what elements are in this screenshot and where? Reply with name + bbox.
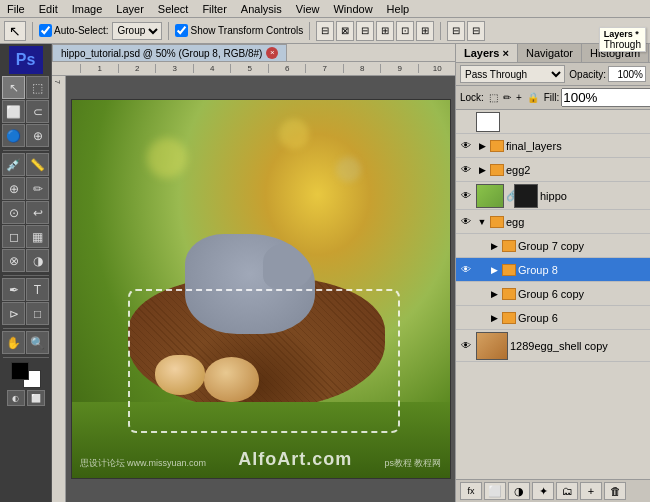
tool-row-2: ⬜ ⊂ xyxy=(2,100,49,123)
list-item[interactable]: ▶ Group 7 copy xyxy=(456,234,650,258)
list-item[interactable]: ▶ Group 6 xyxy=(456,306,650,330)
align-middle-button[interactable]: ⊡ xyxy=(396,21,414,41)
path-selection-tool[interactable]: ⊳ xyxy=(2,302,25,325)
layer-visibility-toggle[interactable]: 👁 xyxy=(458,162,474,178)
menu-help[interactable]: Help xyxy=(384,3,413,15)
layer-visibility-toggle[interactable]: 👁 xyxy=(458,338,474,354)
show-transform-check-input[interactable] xyxy=(175,24,188,37)
menu-edit[interactable]: Edit xyxy=(36,3,61,15)
healing-tool[interactable]: ⊕ xyxy=(2,177,25,200)
quick-mask-btn[interactable]: ◐ xyxy=(7,390,25,406)
align-center-button[interactable]: ⊠ xyxy=(336,21,354,41)
artboard-tool[interactable]: ⬚ xyxy=(26,76,49,99)
menu-select[interactable]: Select xyxy=(155,3,192,15)
layer-expand-arrow[interactable]: ▶ xyxy=(488,241,500,251)
clone-tool[interactable]: ⊙ xyxy=(2,201,25,224)
new-group-button[interactable]: 🗂 xyxy=(556,482,578,500)
dodge-tool[interactable]: ◑ xyxy=(26,249,49,272)
lock-label: Lock: xyxy=(460,92,484,103)
shape-tool[interactable]: □ xyxy=(26,302,49,325)
blur-tool[interactable]: ⊗ xyxy=(2,249,25,272)
background-color[interactable] xyxy=(11,362,29,380)
lasso-tool[interactable]: ⊂ xyxy=(26,100,49,123)
pen-tool[interactable]: ✒ xyxy=(2,278,25,301)
layer-mask-button[interactable]: ⬜ xyxy=(484,482,506,500)
layer-expand-arrow[interactable]: ▶ xyxy=(476,141,488,151)
fill-input[interactable]: 100% xyxy=(561,88,650,107)
menu-file[interactable]: File xyxy=(4,3,28,15)
align-left-button[interactable]: ⊟ xyxy=(316,21,334,41)
ruler-vertical: 1234567 xyxy=(52,76,66,502)
canvas-close-btn[interactable]: × xyxy=(266,47,278,59)
show-transform-checkbox[interactable]: Show Transform Controls xyxy=(175,24,303,37)
lock-position-icon[interactable]: + xyxy=(515,91,523,104)
layer-visibility-toggle[interactable] xyxy=(458,238,474,254)
layer-expand-arrow[interactable]: ▼ xyxy=(476,217,488,227)
gradient-tool[interactable]: ▦ xyxy=(26,225,49,248)
distribute-v-button[interactable]: ⊟ xyxy=(467,21,485,41)
marquee-tool[interactable]: ⬜ xyxy=(2,100,25,123)
eraser-tool[interactable]: ◻ xyxy=(2,225,25,248)
layer-effects-button[interactable]: fx xyxy=(460,482,482,500)
layer-visibility-toggle[interactable] xyxy=(458,286,474,302)
canvas-tab[interactable]: hippo_tutorial.psd @ 50% (Group 8, RGB/8… xyxy=(52,44,287,61)
layer-adjustment-button[interactable]: ◑ xyxy=(508,482,530,500)
list-item[interactable]: 👁 ▶ Group 8 xyxy=(456,258,650,282)
ruler-mark: 4 xyxy=(193,64,231,73)
lock-transparent-icon[interactable]: ⬚ xyxy=(488,91,499,104)
ruler-tool[interactable]: 📏 xyxy=(26,153,49,176)
layer-style-button[interactable]: ✦ xyxy=(532,482,554,500)
auto-select-checkbox[interactable]: Auto-Select: xyxy=(39,24,108,37)
auto-select-dropdown[interactable]: Group xyxy=(112,22,162,40)
history-brush-tool[interactable]: ↩ xyxy=(26,201,49,224)
quick-select-tool[interactable]: 🔵 xyxy=(2,124,25,147)
layer-expand-arrow[interactable]: ▶ xyxy=(488,313,500,323)
new-layer-button[interactable]: + xyxy=(580,482,602,500)
crop-tool[interactable]: ⊕ xyxy=(26,124,49,147)
zoom-tool[interactable]: 🔍 xyxy=(26,331,49,354)
menu-image[interactable]: Image xyxy=(69,3,106,15)
layer-visibility-toggle[interactable]: 👁 xyxy=(458,214,474,230)
menu-analysis[interactable]: Analysis xyxy=(238,3,285,15)
menu-layer[interactable]: Layer xyxy=(113,3,147,15)
list-item[interactable] xyxy=(456,110,650,134)
list-item[interactable]: ▶ Group 6 copy xyxy=(456,282,650,306)
lock-image-icon[interactable]: ✏ xyxy=(502,91,512,104)
list-item[interactable]: 👁 ▶ egg2 xyxy=(456,158,650,182)
align-top-button[interactable]: ⊞ xyxy=(376,21,394,41)
list-item[interactable]: 👁 🔗 hippo xyxy=(456,182,650,210)
delete-layer-button[interactable]: 🗑 xyxy=(604,482,626,500)
menu-filter[interactable]: Filter xyxy=(199,3,229,15)
opacity-input[interactable]: 100% xyxy=(608,66,646,82)
tab-layers[interactable]: Layers × xyxy=(456,44,518,62)
menu-view[interactable]: View xyxy=(293,3,323,15)
eyedropper-tool[interactable]: 💉 xyxy=(2,153,25,176)
tool-divider-1 xyxy=(3,150,49,151)
screen-mode-btn[interactable]: ⬜ xyxy=(27,390,45,406)
list-item[interactable]: 👁 1289egg_shell copy xyxy=(456,330,650,362)
lock-all-icon[interactable]: 🔒 xyxy=(526,91,540,104)
layer-visibility-toggle[interactable] xyxy=(458,114,474,130)
type-tool[interactable]: T xyxy=(26,278,49,301)
layer-visibility-toggle[interactable]: 👁 xyxy=(458,138,474,154)
layer-expand-arrow[interactable]: ▶ xyxy=(476,165,488,175)
align-bottom-button[interactable]: ⊞ xyxy=(416,21,434,41)
brush-tool[interactable]: ✏ xyxy=(26,177,49,200)
menu-window[interactable]: Window xyxy=(330,3,375,15)
tab-navigator[interactable]: Navigator xyxy=(518,44,582,62)
layer-visibility-toggle[interactable]: 👁 xyxy=(458,188,474,204)
distribute-h-button[interactable]: ⊟ xyxy=(447,21,465,41)
list-item[interactable]: 👁 ▶ final_layers xyxy=(456,134,650,158)
layer-expand-arrow[interactable]: ▶ xyxy=(488,265,500,275)
layer-expand-arrow[interactable]: ▶ xyxy=(488,289,500,299)
align-right-button[interactable]: ⊟ xyxy=(356,21,374,41)
move-tool-button[interactable]: ↖ xyxy=(4,21,26,41)
move-tool[interactable]: ↖ xyxy=(2,76,25,99)
list-item[interactable]: 👁 ▼ egg xyxy=(456,210,650,234)
blend-mode-select[interactable]: Pass Through xyxy=(460,65,565,83)
canvas-viewport[interactable]: 思设计论坛 www.missyuan.com AlfoArt.com ps教程 … xyxy=(66,76,455,502)
auto-select-check-input[interactable] xyxy=(39,24,52,37)
layer-visibility-toggle[interactable]: 👁 xyxy=(458,262,474,278)
hand-tool[interactable]: ✋ xyxy=(2,331,25,354)
layer-visibility-toggle[interactable] xyxy=(458,310,474,326)
